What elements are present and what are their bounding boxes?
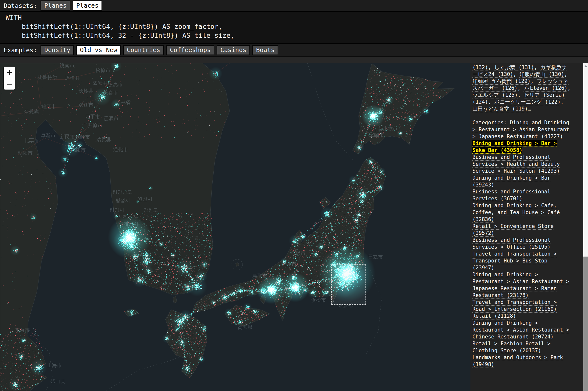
dataset-button-places[interactable]: Places [73,0,102,11]
sidebar-spacer [472,112,572,119]
category-link[interactable]: Dining and Drinking > Bar (39243) [472,175,551,188]
categories-list: Categories: Dining and Drinking > Restau… [472,120,569,367]
top-name-link[interactable]: ウエルシア (125) [472,92,518,98]
zoom-out-button[interactable]: − [4,78,15,90]
category-link[interactable]: Dining and Drinking > Restaurant > Asian… [472,272,569,298]
sidebar: (132), しゃぶ葉 (131), カギ救急サービス24 (130), 洋服の… [470,63,583,391]
scrollbar-thumb[interactable] [583,257,588,391]
scrollbar-up-arrow-icon[interactable] [584,65,588,67]
category-link[interactable]: Business and Professional Services (3670… [472,189,551,201]
category-link[interactable]: Business and Professional Services > Off… [472,237,551,250]
top-name-link[interactable]: 山田うどん食堂 (119) [472,106,528,112]
category-link[interactable]: Dining and Drinking > Cafe, Coffee, and … [472,202,560,222]
top-names-list: (132), しゃぶ葉 (131), カギ救急サービス24 (130), 洋服の… [472,64,571,112]
examples-label: Examples: [4,47,37,54]
map[interactable]: + − [0,63,470,391]
category-link[interactable]: Retail (21128) [472,313,516,319]
map-canvas[interactable] [0,63,470,391]
app: Datasets: PlanesPlaces WITH bitShiftLeft… [0,0,588,391]
category-link[interactable]: Retail > Fashion Retail > Clothing Store… [472,341,551,354]
examples-buttons: DensityOld vs NewCountriesCoffeeshopsCas… [40,45,281,55]
category-link[interactable]: Business and Professional Services > Hea… [472,154,560,174]
status-bar: Processed 4.04 million rows, 42.32 MiB [0,57,588,63]
top-name-link[interactable]: 洋服の青山 (130) [519,71,564,77]
selection-rect[interactable] [331,265,366,305]
category-link[interactable]: Retail > Convenience Store (29572) [472,223,554,236]
top-name-link[interactable]: ポニークリーニング (122) [494,99,561,105]
category-link[interactable]: Landmarks and Outdoors > Park (19498) [472,355,563,367]
datasets-buttons: PlanesPlaces [40,0,105,11]
example-button-boats[interactable]: Boats [252,45,278,55]
query-editor[interactable]: WITH bitShiftLeft(1::UInt64, {z:UInt8}) … [0,12,588,44]
datasets-bar: Datasets: PlanesPlaces [0,0,588,11]
category-link-highlighted[interactable]: Dining and Drinking > Bar > Sake Bar (43… [472,140,557,153]
categories-label: Categories: [472,120,510,126]
example-button-countries[interactable]: Countries [123,45,164,55]
example-button-density[interactable]: Density [40,45,74,55]
datasets-label: Datasets: [4,2,37,9]
dataset-button-planes[interactable]: Planes [40,0,70,11]
category-link[interactable]: Travel and Transportation > Transport Hu… [472,251,557,271]
top-name-link[interactable]: しゃぶ葉 (131) [494,64,534,70]
top-name-link[interactable]: 洋麺屋 五右衛門 (129) [472,78,531,84]
zoom-in-button[interactable]: + [4,67,15,78]
top-name-link[interactable]: (132) [472,64,488,70]
category-link[interactable]: Travel and Transportation > Road > Inter… [472,299,557,312]
category-link[interactable]: Dining and Drinking > Restaurant > Asian… [472,320,569,340]
map-zoom-control: + − [4,67,15,90]
example-button-coffeeshops[interactable]: Coffeeshops [166,45,215,55]
top-name-link[interactable]: 7-Eleven (126) [524,85,568,91]
examples-bar: Examples: DensityOld vs NewCountriesCoff… [0,44,588,57]
example-button-old-vs-new[interactable]: Old vs New [76,45,121,55]
sidebar-scrollbar[interactable] [583,63,588,391]
example-button-casinos[interactable]: Casinos [217,45,250,55]
